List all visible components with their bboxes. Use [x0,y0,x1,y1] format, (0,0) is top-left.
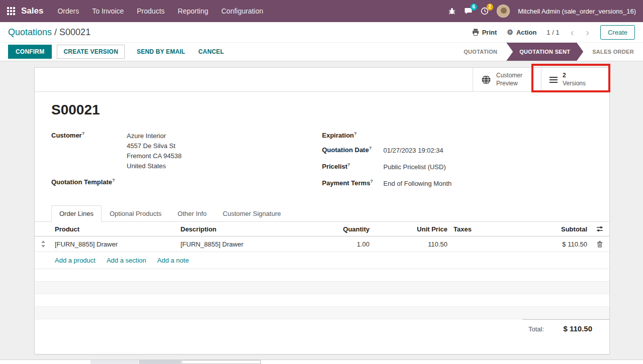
breadcrumb-quotations-link[interactable]: Quotations [8,27,52,37]
customer-preview-button[interactable]: Customer Preview [473,68,541,91]
customer-street: 4557 De Silva St [127,141,181,151]
pricelist-value[interactable]: Public Pricelist (USD) [384,162,446,172]
user-avatar[interactable] [497,5,510,18]
pager-next-icon[interactable]: › [585,27,590,37]
globe-icon [481,75,491,85]
pager-previous-icon[interactable]: ‹ [570,27,575,37]
quotation-date-label: Quotation Date? [322,146,384,156]
versions-label: Versions [563,80,586,88]
drag-handle-icon[interactable] [41,240,46,248]
cell-quantity[interactable]: 1.00 [337,240,373,248]
help-icon: ? [369,146,372,151]
empty-row [35,294,609,307]
expiration-label: Expiration? [322,131,384,139]
help-icon: ? [370,179,373,184]
menu-products[interactable]: Products [137,7,164,15]
send-by-email-button[interactable]: SEND BY EMAIL [132,45,190,58]
notebook-tabs: Order Lines Optional Products Other Info… [35,205,609,222]
pricelist-label: Pricelist? [322,162,384,172]
cell-unit-price[interactable]: 110.50 [373,240,450,248]
document-title: S00021 [51,102,609,118]
tab-customer-signature[interactable]: Customer Signature [215,205,289,222]
total-value: $ 110.50 [563,324,592,333]
total-box: Total: $ 110.50 [522,319,609,333]
create-button[interactable]: Create [600,25,635,40]
confirm-button[interactable]: CONFIRM [8,45,52,59]
step-sales-order[interactable]: SALES ORDER [583,43,643,61]
app-name[interactable]: Sales [21,6,43,16]
bottom-partial-button [139,360,181,364]
breadcrumb-current: S00021 [59,27,90,37]
print-button[interactable]: Print [472,29,497,36]
trash-icon[interactable] [597,240,603,248]
apps-menu-icon[interactable] [7,7,15,15]
add-section-link[interactable]: Add a section [107,257,146,264]
topbar-right: 6 2 Mitchell Admin (sale_order_versions_… [448,5,636,18]
empty-row [35,282,609,294]
field-pricelist: Pricelist? Public Pricelist (USD) [322,162,593,172]
customer-value[interactable]: Azure Interior 4557 De Silva St Fremont … [127,131,181,171]
tab-optional-products[interactable]: Optional Products [102,205,169,222]
versions-count: 2 [563,72,586,80]
order-lines-header: Product Description Quantity Unit Price … [35,222,609,236]
header-unit-price[interactable]: Unit Price [373,225,450,233]
header-quantity[interactable]: Quantity [337,225,373,233]
user-name[interactable]: Mitchell Admin (sale_order_versions_16) [518,8,636,15]
header-description[interactable]: Description [177,225,337,233]
order-line-actions: Add a product Add a section Add a note [35,252,609,269]
bug-icon [448,7,456,15]
control-panel-right: Print ⚙ Action 1 / 1 ‹ › Create [472,25,635,40]
optional-columns-icon[interactable] [596,225,603,232]
menu-reporting[interactable]: Reporting [178,7,209,15]
menu-orders[interactable]: Orders [57,7,79,15]
action-button[interactable]: ⚙ Action [507,28,536,36]
menu-configuration[interactable]: Configuration [221,7,263,15]
gear-icon: ⚙ [507,28,513,36]
bottom-partial-button [90,360,138,364]
bottom-partial-button [181,360,261,364]
smart-button-row: Customer Preview 2 Versions [35,68,609,92]
control-panel: Quotations / S00021 Print ⚙ Action 1 / 1… [0,22,643,43]
cancel-button[interactable]: CANCEL [193,45,229,58]
form-statusbar: CONFIRM CREATE VERSION SEND BY EMAIL CAN… [0,43,643,61]
help-icon: ? [82,131,85,136]
order-line-row[interactable]: [FURN_8855] Drawer [FURN_8855] Drawer 1.… [35,236,609,252]
activities-count-badge: 2 [487,4,494,11]
bottom-partial-chatter [0,359,643,364]
add-note-link[interactable]: Add a note [157,257,189,264]
empty-row [35,307,609,319]
state-steps: QUOTATION QUOTATION SENT SALES ORDER [454,43,643,61]
tab-other-info[interactable]: Other Info [169,205,215,222]
customer-preview-line2: Preview [496,80,522,88]
customer-city: Fremont CA 94538 [127,151,181,161]
field-quotation-template: Quotation Template? [51,178,322,186]
header-taxes[interactable]: Taxes [450,225,511,233]
customer-name[interactable]: Azure Interior [127,131,181,141]
step-quotation[interactable]: QUOTATION [454,43,506,61]
debug-bug-icon[interactable] [448,7,456,15]
cell-description[interactable]: [FURN_8855] Drawer [177,240,337,248]
messages-button[interactable]: 6 [464,7,473,15]
printer-icon [472,29,479,36]
add-product-link[interactable]: Add a product [55,257,96,264]
step-quotation-sent[interactable]: QUOTATION SENT [506,43,583,61]
versions-button[interactable]: 2 Versions [541,68,609,91]
create-version-button[interactable]: CREATE VERSION [57,45,125,59]
activities-button[interactable]: 2 [481,7,489,15]
tab-order-lines[interactable]: Order Lines [51,205,102,222]
menu-to-invoice[interactable]: To Invoice [92,7,124,15]
totals-section: Total: $ 110.50 [35,319,609,333]
field-column-right: Expiration? Quotation Date? 01/27/2023 1… [322,131,593,195]
header-subtotal[interactable]: Subtotal [511,225,590,233]
field-column-left: Customer? Azure Interior 4557 De Silva S… [51,131,322,195]
header-product[interactable]: Product [52,225,177,233]
breadcrumb-separator: / [52,27,59,37]
messages-count-badge: 6 [471,4,478,11]
payment-terms-value[interactable]: End of Following Month [384,179,452,189]
customer-preview-line1: Customer [496,72,522,80]
quotation-date-value[interactable]: 01/27/2023 19:02:34 [384,146,443,156]
top-navbar: Sales Orders To Invoice Products Reporti… [0,0,643,22]
cell-product[interactable]: [FURN_8855] Drawer [52,240,177,248]
action-label: Action [516,29,536,36]
field-payment-terms: Payment Terms? End of Following Month [322,179,593,189]
